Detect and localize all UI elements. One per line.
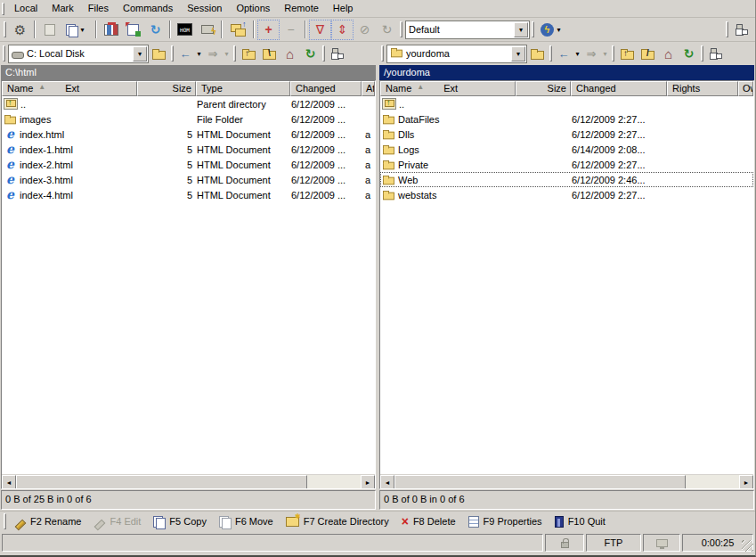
file-row[interactable]: ↑.. Parent directory 6/12/2009 ... xyxy=(2,96,375,111)
remote-parent-directory-button[interactable]: ↑ xyxy=(617,44,638,63)
file-row[interactable]: ↑.. xyxy=(380,96,753,111)
local-horizontal-scrollbar[interactable]: ◄ ► xyxy=(2,474,375,488)
remote-refresh-button[interactable]: ↻ xyxy=(679,44,699,63)
remote-open-directory-button[interactable] xyxy=(527,44,548,63)
local-home-button[interactable]: ⌂ xyxy=(280,44,300,63)
f6-move-button[interactable]: F6 Move xyxy=(214,512,280,531)
column-changed[interactable]: Changed xyxy=(571,81,667,96)
column-name[interactable]: Name ▲ Ext xyxy=(380,81,516,96)
f5-copy-button[interactable]: F5 Copy xyxy=(148,512,214,531)
scrollbar-thumb[interactable] xyxy=(16,475,307,489)
remote-root-directory-button[interactable]: / xyxy=(638,44,658,63)
open-in-putty-button[interactable]: ϟ xyxy=(196,20,218,40)
menu-help[interactable]: Help xyxy=(326,1,361,16)
f10-quit-button[interactable]: F10 Quit xyxy=(549,512,613,531)
organize-toolbar-button[interactable] xyxy=(731,20,753,40)
session-dropdown-icon[interactable]: ▾ xyxy=(554,26,564,34)
file-row[interactable]: eindex-2.html 5 HTML Document 6/12/2009 … xyxy=(2,157,375,172)
scroll-left-button[interactable]: ◄ xyxy=(2,475,16,489)
menubar-grip[interactable] xyxy=(2,3,4,15)
compare-directories-button[interactable] xyxy=(122,20,144,40)
preferences-button[interactable]: ⚙ xyxy=(9,20,31,40)
f2-rename-button[interactable]: F2 Rename xyxy=(9,512,88,531)
new-session-button[interactable]: ϟ ▾ xyxy=(537,20,567,40)
sort-asc-icon: ▲ xyxy=(417,83,424,95)
scroll-right-button[interactable]: ► xyxy=(361,475,375,489)
menu-mark[interactable]: Mark xyxy=(45,1,80,16)
local-tree-button[interactable] xyxy=(328,44,348,63)
f8-delete-button[interactable]: × F8 Delete xyxy=(396,512,463,531)
f9-properties-button[interactable]: F9 Properties xyxy=(463,512,549,531)
transfer-preset-dropdown[interactable]: ▾ xyxy=(514,22,528,37)
edit-icon xyxy=(93,516,105,528)
remote-home-button[interactable]: ⌂ xyxy=(658,44,679,63)
file-row[interactable]: eindex-4.html 5 HTML Document 6/12/2009 … xyxy=(2,187,375,202)
scrollbar-track[interactable] xyxy=(686,475,739,488)
file-row[interactable]: eindex-1.html 5 HTML Document 6/12/2009 … xyxy=(2,142,375,157)
menu-commands[interactable]: Commands xyxy=(116,1,180,16)
scroll-right-button[interactable]: ► xyxy=(739,475,753,489)
file-row[interactable]: eindex.html 5 HTML Document 6/12/2009 ..… xyxy=(2,127,375,142)
menu-session[interactable]: Session xyxy=(180,1,229,16)
transfer-settings-button[interactable]: ↑ xyxy=(225,20,250,40)
column-size[interactable]: Size xyxy=(137,81,196,96)
local-parent-directory-button[interactable]: ↑ xyxy=(239,44,259,63)
menu-remote[interactable]: Remote xyxy=(277,1,326,16)
queue-button[interactable]: ▾ xyxy=(61,20,93,40)
transfer-preset-combo[interactable]: Default ▾ xyxy=(405,20,530,39)
column-name[interactable]: Name ▲ Ext xyxy=(2,81,137,96)
column-rights[interactable]: Rights xyxy=(667,81,738,96)
add-button[interactable]: + xyxy=(257,20,280,40)
reload-icon: ↻ xyxy=(382,23,393,36)
local-drive-dropdown[interactable]: ▾ xyxy=(133,46,147,61)
local-drive-combo[interactable]: C: Local Disk ▾ xyxy=(8,45,149,63)
remote-back-dropdown[interactable]: ▾ xyxy=(573,50,582,58)
file-row-focused[interactable]: Web 6/12/2009 2:46... xyxy=(380,172,753,187)
scroll-left-button[interactable]: ◄ xyxy=(380,475,394,489)
file-row[interactable]: Dlls 6/12/2009 2:27... xyxy=(380,127,753,142)
remote-dir-combo[interactable]: yourdoma ▾ xyxy=(386,45,527,63)
queue-dropdown-icon[interactable]: ▾ xyxy=(77,26,87,34)
f7-create-directory-button[interactable]: F7 Create Directory xyxy=(280,512,396,531)
file-row[interactable]: Private 6/12/2009 2:27... xyxy=(380,157,753,172)
local-back-dropdown[interactable]: ▾ xyxy=(194,50,204,58)
file-row[interactable]: webstats 6/12/2009 2:27... xyxy=(380,187,753,202)
toolbar-grip[interactable] xyxy=(4,21,6,37)
remote-horizontal-scrollbar[interactable]: ◄ ► xyxy=(380,474,753,488)
column-ext[interactable]: Ext xyxy=(443,83,458,95)
right-grip[interactable] xyxy=(726,21,728,37)
menu-options[interactable]: Options xyxy=(229,1,277,16)
column-attr[interactable]: Attr xyxy=(362,81,375,96)
column-changed[interactable]: Changed xyxy=(290,81,362,96)
file-row[interactable]: Logs 6/14/2009 2:08... xyxy=(380,142,753,157)
column-type[interactable]: Type xyxy=(196,81,290,96)
resize-grip-icon[interactable] xyxy=(742,540,753,552)
local-open-directory-button[interactable] xyxy=(149,44,169,63)
column-ext[interactable]: Ext xyxy=(65,83,79,95)
open-folder-icon xyxy=(152,51,166,60)
console-button[interactable]: HOM xyxy=(174,20,196,40)
sort-button[interactable]: ⇕ xyxy=(331,20,354,40)
local-refresh-button[interactable]: ↻ xyxy=(300,44,321,63)
folder-icon xyxy=(4,117,16,125)
remote-dir-dropdown[interactable]: ▾ xyxy=(511,46,525,61)
local-back-button[interactable]: ← xyxy=(176,44,194,63)
queue-icon xyxy=(66,24,77,36)
scrollbar-track[interactable] xyxy=(307,475,361,488)
filter-button[interactable]: ∇ xyxy=(309,20,331,40)
file-row[interactable]: eindex-3.html 5 HTML Document 6/12/2009 … xyxy=(2,172,375,187)
connection-grip[interactable] xyxy=(532,21,534,37)
remote-tree-button[interactable] xyxy=(706,44,727,63)
column-size[interactable]: Size xyxy=(516,81,571,96)
remote-back-button[interactable]: ← xyxy=(555,44,573,63)
column-owner[interactable]: Owner xyxy=(738,81,753,96)
synchronize-browsing-button[interactable]: ↻ xyxy=(144,20,167,40)
synchronize-button[interactable] xyxy=(100,20,122,40)
file-row[interactable]: DataFiles 6/12/2009 2:27... xyxy=(380,111,753,127)
local-root-directory-button[interactable]: \ xyxy=(259,44,280,63)
file-row[interactable]: images File Folder 6/12/2009 ... xyxy=(2,111,375,127)
menu-files[interactable]: Files xyxy=(81,1,116,16)
menu-local[interactable]: Local xyxy=(7,1,45,16)
scrollbar-thumb[interactable] xyxy=(394,475,686,489)
preset-grip[interactable] xyxy=(400,21,402,37)
